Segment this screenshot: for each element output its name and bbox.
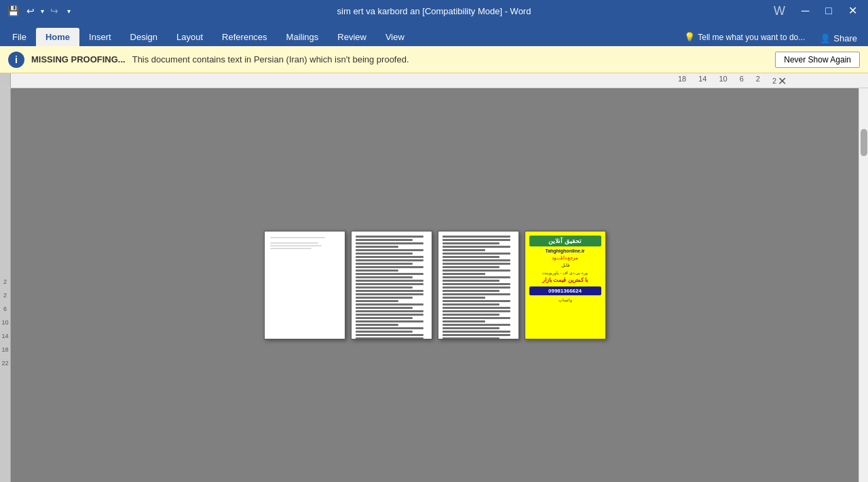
page-3-content bbox=[438, 231, 518, 339]
page-line bbox=[442, 337, 500, 339]
page-4-content: تحقیق آنلاین Tahghighonline.ir مرجع دانل… bbox=[525, 231, 605, 339]
vertical-ruler-numbers: 2 2 6 10 14 18 22 bbox=[1, 278, 8, 367]
page-line bbox=[356, 320, 424, 322]
page-1-content bbox=[265, 231, 345, 255]
colorful-phone: 09981366624 bbox=[529, 286, 601, 295]
page-line bbox=[442, 249, 486, 251]
page-2-thumbnail[interactable] bbox=[351, 231, 432, 339]
page-line bbox=[356, 286, 413, 289]
page-line bbox=[356, 310, 424, 312]
page-line bbox=[356, 297, 413, 299]
page-line bbox=[356, 331, 413, 333]
page-line bbox=[442, 293, 511, 295]
tab-insert[interactable]: Insert bbox=[79, 28, 121, 46]
page-line bbox=[442, 297, 486, 299]
tab-layout[interactable]: Layout bbox=[167, 28, 212, 46]
minimize-button[interactable]: ─ bbox=[796, 4, 814, 18]
vertical-scrollbar[interactable] bbox=[858, 88, 868, 482]
window-controls: W ─ □ ✕ bbox=[774, 4, 863, 18]
page-line bbox=[356, 276, 413, 278]
ruler-numbers: 18 14 10 6 2 2 ✕ bbox=[678, 74, 787, 87]
page-line bbox=[356, 242, 424, 244]
tell-me-box[interactable]: 💡 Tell me what you want to do... bbox=[677, 32, 812, 46]
page-line bbox=[270, 245, 322, 246]
page-line bbox=[442, 300, 511, 302]
tab-review[interactable]: Review bbox=[328, 28, 376, 46]
page-line bbox=[356, 283, 424, 285]
page-line bbox=[356, 259, 424, 261]
page-line bbox=[356, 317, 413, 319]
page-line bbox=[356, 270, 399, 272]
page-line bbox=[356, 256, 424, 258]
never-show-again-button[interactable]: Never Show Again bbox=[775, 52, 860, 68]
horizontal-ruler: 18 14 10 6 2 2 ✕ bbox=[0, 73, 868, 88]
page-line bbox=[442, 263, 511, 265]
tab-view[interactable]: View bbox=[376, 28, 414, 46]
quick-access-toolbar: 💾 ↩ ▾ ↪ ▾ bbox=[5, 3, 71, 18]
page-line bbox=[356, 246, 399, 248]
page-1-thumbnail[interactable] bbox=[264, 231, 345, 339]
colorful-header: تحقیق آنلاین bbox=[529, 236, 601, 246]
ribbon-tabs: File Home Insert Design Layout Reference… bbox=[0, 22, 868, 46]
page-line bbox=[442, 290, 500, 292]
page-line bbox=[442, 320, 486, 322]
vertical-ruler: 2 2 6 10 14 18 22 bbox=[0, 88, 11, 482]
notification-message: This document contains text in Persian (… bbox=[132, 54, 769, 64]
tab-design[interactable]: Design bbox=[121, 28, 167, 46]
page-line bbox=[356, 324, 399, 326]
page-line bbox=[356, 327, 424, 329]
info-icon: i bbox=[8, 52, 24, 68]
page-line bbox=[356, 266, 424, 268]
page-line bbox=[442, 303, 500, 305]
tab-references[interactable]: References bbox=[212, 28, 276, 46]
customize-qat[interactable]: ▾ bbox=[67, 7, 71, 15]
ruler-left-marker bbox=[0, 73, 11, 88]
maximize-button[interactable]: □ bbox=[820, 4, 837, 18]
page-line bbox=[356, 303, 424, 305]
page-line bbox=[442, 259, 511, 261]
page-line bbox=[356, 290, 424, 292]
share-button[interactable]: 👤 Share bbox=[812, 31, 865, 46]
title-bar: 💾 ↩ ▾ ↪ ▾ sim ert va karbord an [Compati… bbox=[0, 0, 868, 22]
page-line bbox=[442, 324, 511, 326]
page-line bbox=[442, 286, 511, 289]
undo-dropdown[interactable]: ▾ bbox=[41, 7, 44, 15]
page-line bbox=[442, 270, 511, 272]
colorful-line3: ورد-پی دی اف - پاورپوینت bbox=[529, 270, 601, 275]
page-line bbox=[442, 307, 511, 309]
page-line bbox=[270, 237, 326, 238]
colorful-website: Tahghighonline.ir bbox=[529, 248, 601, 253]
ruler-cross-icon: ✕ bbox=[778, 74, 787, 87]
page-4-thumbnail[interactable]: تحقیق آنلاین Tahghighonline.ir مرجع دانل… bbox=[525, 231, 606, 339]
colorful-line1: مرجع دانلـــود bbox=[529, 255, 601, 261]
document-title: sim ert va karbord an [Compatibility Mod… bbox=[337, 6, 531, 16]
tab-file[interactable]: File bbox=[3, 28, 36, 46]
page-line bbox=[442, 256, 500, 258]
redo-icon[interactable]: ↪ bbox=[47, 3, 62, 18]
tab-home[interactable]: Home bbox=[36, 28, 79, 46]
page-line bbox=[442, 239, 511, 241]
page-line bbox=[356, 337, 424, 339]
colorful-line2: فابل bbox=[529, 263, 601, 268]
page-line bbox=[270, 248, 312, 249]
scrollbar-thumb[interactable] bbox=[861, 129, 867, 156]
page-line bbox=[356, 263, 413, 265]
page-line bbox=[356, 280, 424, 282]
page-line bbox=[442, 273, 486, 275]
page-line bbox=[356, 314, 424, 316]
content-area: 2 2 6 10 14 18 22 bbox=[0, 88, 868, 482]
page-line bbox=[356, 334, 424, 336]
notification-bar: i MISSING PROOFING... This document cont… bbox=[0, 46, 868, 73]
save-icon[interactable]: 💾 bbox=[5, 3, 20, 18]
undo-icon[interactable]: ↩ bbox=[23, 3, 38, 18]
colorful-line4: با کمترین قیمت بازار bbox=[529, 277, 601, 283]
document-canvas: تحقیق آنلاین Tahghighonline.ir مرجع دانل… bbox=[11, 88, 858, 482]
page-line bbox=[442, 317, 511, 319]
tab-mailings[interactable]: Mailings bbox=[277, 28, 328, 46]
page-line bbox=[442, 331, 511, 333]
close-button[interactable]: ✕ bbox=[843, 4, 863, 18]
page-2-content bbox=[352, 231, 432, 339]
page-3-thumbnail[interactable] bbox=[438, 231, 519, 339]
page-line bbox=[442, 253, 511, 255]
page-line bbox=[442, 283, 511, 285]
